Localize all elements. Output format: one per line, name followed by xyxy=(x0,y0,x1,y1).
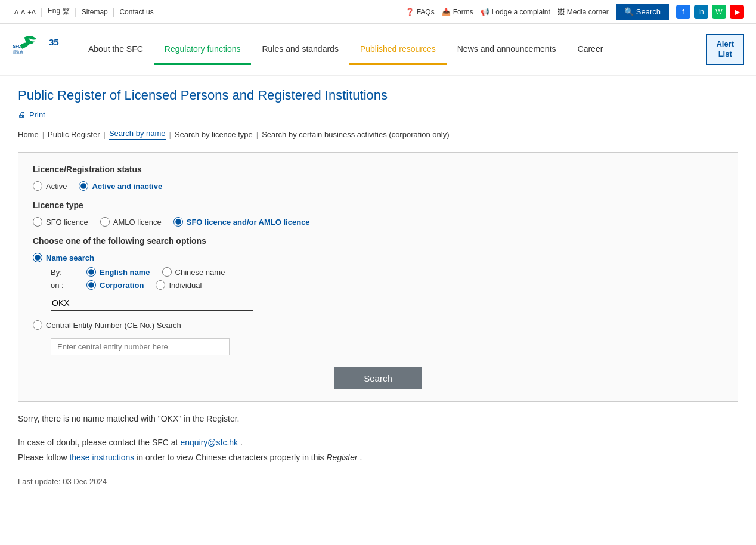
breadcrumb-search-name[interactable]: Search by name xyxy=(109,129,166,140)
corporation-text: Corporation xyxy=(100,281,144,290)
name-search-nested: By: English name Chinese name on : Corpo… xyxy=(51,267,723,311)
media-link[interactable]: 🖼 Media corner xyxy=(557,8,609,16)
font-decrease[interactable]: -A xyxy=(12,8,18,16)
facebook-icon[interactable]: f xyxy=(676,5,690,19)
breadcrumb-search-activity[interactable]: Search by certain business activities (c… xyxy=(262,130,449,139)
breadcrumb-home[interactable]: Home xyxy=(18,130,39,139)
page-title: Public Register of Licensed Persons and … xyxy=(18,88,738,103)
ce-search-text: Central Entity Number (CE No.) Search xyxy=(46,321,181,330)
search-submit-button[interactable]: Search xyxy=(334,367,422,389)
status-active-inactive-radio[interactable] xyxy=(79,181,88,191)
search-icon: 🔍 xyxy=(624,7,634,16)
font-size-controls: -A A +A xyxy=(12,8,36,16)
name-search-label[interactable]: Name search xyxy=(33,253,723,262)
amlo-licence-radio[interactable] xyxy=(100,217,110,227)
lodge-link[interactable]: 📢 Lodge a complaint xyxy=(481,8,550,16)
main-nav: About the SFC Regulatory functions Rules… xyxy=(78,35,706,65)
choose-section: Choose one of the following search optio… xyxy=(33,236,723,355)
follow-text: Please follow xyxy=(18,453,67,462)
name-search-input[interactable] xyxy=(51,296,253,311)
search-top-button[interactable]: 🔍 Search xyxy=(616,4,669,20)
wechat-icon[interactable]: W xyxy=(712,5,726,19)
english-name-radio[interactable] xyxy=(86,267,96,277)
lang-eng[interactable]: Eng xyxy=(48,7,60,17)
corporation-label[interactable]: Corporation xyxy=(86,280,144,290)
nav-about[interactable]: About the SFC xyxy=(78,35,154,65)
name-search-text: Name search xyxy=(46,253,94,262)
print-link[interactable]: 🖨 Print xyxy=(18,110,738,119)
last-update: Last update: 03 Dec 2024 xyxy=(18,477,738,486)
nav-rules[interactable]: Rules and standards xyxy=(251,35,349,65)
info-section: In case of doubt, please contact the SFC… xyxy=(18,435,738,465)
nav-news[interactable]: News and announcements xyxy=(447,35,567,65)
sep3: | xyxy=(113,7,115,17)
individual-text: Individual xyxy=(169,281,202,290)
forms-link[interactable]: 📥 Forms xyxy=(442,8,473,16)
breadcrumb-search-licence[interactable]: Search by licence type xyxy=(175,130,253,139)
contact-text: In case of doubt, please contact the SFC… xyxy=(18,438,178,447)
by-label: By: xyxy=(51,268,75,277)
font-normal[interactable]: A xyxy=(21,8,25,16)
individual-radio[interactable] xyxy=(156,280,165,290)
amlo-licence-label[interactable]: AMLO licence xyxy=(100,217,162,227)
search-form-box: Licence/Registration status Active Activ… xyxy=(18,152,738,402)
youtube-icon[interactable]: ▶ xyxy=(730,5,744,19)
print-icon: 🖨 xyxy=(18,110,26,119)
sep1: | xyxy=(41,7,43,17)
sfo-licence-label[interactable]: SFO licence xyxy=(33,217,88,227)
page-content: Public Register of Licensed Persons and … xyxy=(0,76,756,498)
instructions-suffix: in order to view Chinese characters prop… xyxy=(137,453,324,462)
print-label: Print xyxy=(29,110,45,119)
status-section-label: Licence/Registration status xyxy=(33,165,723,174)
sfo-amlo-licence-radio[interactable] xyxy=(173,217,183,227)
status-active-label[interactable]: Active xyxy=(33,181,67,191)
status-active-radio[interactable] xyxy=(33,181,42,191)
sep2: | xyxy=(75,7,77,17)
top-bar-right: ❓ FAQs 📥 Forms 📢 Lodge a complaint 🖼 Med… xyxy=(405,4,744,20)
sfo-amlo-licence-text: SFO licence and/or AMLO licence xyxy=(187,218,310,227)
lang-chi[interactable]: 繁 xyxy=(63,7,70,17)
corporation-radio[interactable] xyxy=(86,280,96,290)
nav-regulatory[interactable]: Regulatory functions xyxy=(154,35,252,65)
sfo-amlo-licence-label[interactable]: SFO licence and/or AMLO licence xyxy=(173,217,310,227)
chinese-name-text: Chinese name xyxy=(175,268,225,277)
period2: . xyxy=(360,453,362,462)
chinese-name-label[interactable]: Chinese name xyxy=(162,267,225,277)
ce-search-radio[interactable] xyxy=(33,320,42,330)
breadcrumb-sep4: | xyxy=(256,130,258,139)
chinese-name-radio[interactable] xyxy=(162,267,172,277)
sitemap-link[interactable]: Sitemap xyxy=(82,8,108,16)
individual-label[interactable]: Individual xyxy=(156,280,202,290)
breadcrumb-sep1: | xyxy=(42,130,44,139)
name-search-radio[interactable] xyxy=(33,253,42,262)
status-active-inactive-label[interactable]: Active and inactive xyxy=(79,181,162,191)
sfc-logo: SFC 證監會 35 xyxy=(12,29,78,70)
breadcrumb-public-register[interactable]: Public Register xyxy=(48,130,100,139)
faqs-icon: ❓ xyxy=(405,8,414,16)
email-link[interactable]: enquiry@sfc.hk xyxy=(180,438,238,447)
forms-label: Forms xyxy=(453,8,473,16)
register-italic: Register xyxy=(327,453,358,462)
breadcrumb-sep3: | xyxy=(169,130,171,139)
search-top-label: Search xyxy=(636,7,661,16)
logo-area[interactable]: SFC 證監會 35 xyxy=(12,24,78,75)
ce-number-input[interactable] xyxy=(51,338,230,355)
linkedin-icon[interactable]: in xyxy=(694,5,708,19)
faqs-link[interactable]: ❓ FAQs xyxy=(405,8,435,16)
no-result-message: Sorry, there is no name matched with "OK… xyxy=(18,414,738,423)
instructions-link[interactable]: these instructions xyxy=(69,453,134,462)
alert-list-button[interactable]: Alert List xyxy=(706,34,744,65)
nav-career[interactable]: Career xyxy=(567,35,614,65)
font-increase[interactable]: +A xyxy=(27,8,36,16)
english-name-text: English name xyxy=(100,268,150,277)
sfo-licence-radio[interactable] xyxy=(33,217,42,227)
licence-type-label: Licence type xyxy=(33,200,723,210)
ce-search-label[interactable]: Central Entity Number (CE No.) Search xyxy=(33,320,723,330)
english-name-label[interactable]: English name xyxy=(86,267,150,277)
nav-published[interactable]: Published resources xyxy=(349,35,447,65)
svg-text:35: 35 xyxy=(49,37,59,47)
contact-link[interactable]: Contact us xyxy=(119,8,153,16)
status-radio-group: Active Active and inactive xyxy=(33,181,723,191)
top-bar-left: -A A +A | Eng 繁 | Sitemap | Contact us xyxy=(12,7,154,17)
faqs-label: FAQs xyxy=(417,8,435,16)
